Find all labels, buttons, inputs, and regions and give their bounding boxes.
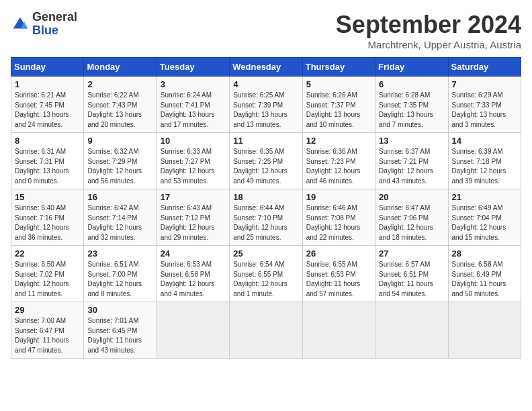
calendar-cell: 10Sunrise: 6:33 AM Sunset: 7:27 PM Dayli… (157, 133, 229, 189)
day-number: 22 (15, 248, 80, 259)
calendar-week-5: 29Sunrise: 7:00 AM Sunset: 6:47 PM Dayli… (11, 302, 521, 359)
logo-text: General Blue (32, 11, 77, 38)
day-info: Sunrise: 6:39 AM Sunset: 7:18 PM Dayligh… (452, 147, 517, 186)
day-info: Sunrise: 6:46 AM Sunset: 7:08 PM Dayligh… (306, 203, 371, 242)
calendar-cell: 18Sunrise: 6:44 AM Sunset: 7:10 PM Dayli… (230, 189, 302, 246)
calendar-cell: 11Sunrise: 6:35 AM Sunset: 7:25 PM Dayli… (230, 133, 302, 189)
calendar-cell: 6Sunrise: 6:28 AM Sunset: 7:35 PM Daylig… (375, 77, 448, 133)
day-number: 9 (87, 136, 152, 146)
calendar-cell: 7Sunrise: 6:29 AM Sunset: 7:33 PM Daylig… (448, 77, 521, 133)
day-info: Sunrise: 6:32 AM Sunset: 7:29 PM Dayligh… (87, 147, 152, 186)
day-number: 29 (15, 305, 80, 315)
day-number: 7 (452, 79, 517, 89)
day-number: 13 (379, 136, 444, 146)
calendar-cell (375, 302, 448, 359)
day-info: Sunrise: 6:25 AM Sunset: 7:39 PM Dayligh… (233, 91, 298, 130)
day-info: Sunrise: 6:33 AM Sunset: 7:27 PM Dayligh… (161, 147, 226, 186)
day-number: 18 (233, 192, 298, 202)
day-number: 14 (452, 136, 517, 146)
day-info: Sunrise: 6:44 AM Sunset: 7:10 PM Dayligh… (233, 203, 298, 242)
calendar-cell (157, 302, 229, 359)
day-number: 2 (87, 79, 152, 89)
weekday-header-friday: Friday (375, 58, 448, 77)
day-info: Sunrise: 6:58 AM Sunset: 6:49 PM Dayligh… (452, 260, 517, 299)
day-info: Sunrise: 6:22 AM Sunset: 7:43 PM Dayligh… (87, 91, 152, 130)
day-number: 19 (306, 192, 371, 202)
calendar-cell: 1Sunrise: 6:21 AM Sunset: 7:45 PM Daylig… (11, 77, 84, 133)
day-info: Sunrise: 6:40 AM Sunset: 7:16 PM Dayligh… (15, 203, 80, 242)
weekday-header-thursday: Thursday (302, 58, 375, 77)
calendar-cell: 14Sunrise: 6:39 AM Sunset: 7:18 PM Dayli… (448, 133, 521, 189)
day-number: 11 (233, 136, 298, 146)
weekday-header-saturday: Saturday (448, 58, 521, 77)
day-number: 3 (161, 79, 226, 89)
month-title: September 2024 (336, 11, 521, 39)
day-info: Sunrise: 6:31 AM Sunset: 7:31 PM Dayligh… (15, 147, 80, 186)
calendar-cell: 22Sunrise: 6:50 AM Sunset: 7:02 PM Dayli… (11, 246, 84, 302)
day-info: Sunrise: 6:51 AM Sunset: 7:00 PM Dayligh… (87, 260, 152, 299)
day-info: Sunrise: 6:43 AM Sunset: 7:12 PM Dayligh… (161, 203, 226, 242)
day-info: Sunrise: 7:01 AM Sunset: 6:45 PM Dayligh… (87, 316, 152, 355)
calendar-cell: 12Sunrise: 6:36 AM Sunset: 7:23 PM Dayli… (302, 133, 375, 189)
day-number: 20 (379, 192, 444, 202)
title-area: September 2024 Marchtrenk, Upper Austria… (336, 11, 521, 50)
calendar-cell (302, 302, 375, 359)
day-info: Sunrise: 6:35 AM Sunset: 7:25 PM Dayligh… (233, 147, 298, 186)
calendar-table: SundayMondayTuesdayWednesdayThursdayFrid… (11, 57, 521, 359)
calendar-cell: 19Sunrise: 6:46 AM Sunset: 7:08 PM Dayli… (302, 189, 375, 246)
day-info: Sunrise: 6:21 AM Sunset: 7:45 PM Dayligh… (15, 91, 80, 130)
calendar-cell: 5Sunrise: 6:26 AM Sunset: 7:37 PM Daylig… (302, 77, 375, 133)
day-info: Sunrise: 6:42 AM Sunset: 7:14 PM Dayligh… (87, 203, 152, 242)
day-number: 27 (379, 248, 444, 259)
calendar-week-4: 22Sunrise: 6:50 AM Sunset: 7:02 PM Dayli… (11, 246, 521, 302)
weekday-header-monday: Monday (84, 58, 157, 77)
calendar-cell: 24Sunrise: 6:53 AM Sunset: 6:58 PM Dayli… (157, 246, 229, 302)
day-number: 5 (306, 79, 371, 89)
weekday-header-row: SundayMondayTuesdayWednesdayThursdayFrid… (11, 58, 521, 77)
calendar-week-3: 15Sunrise: 6:40 AM Sunset: 7:16 PM Dayli… (11, 189, 521, 246)
day-number: 25 (233, 248, 298, 259)
calendar-cell: 9Sunrise: 6:32 AM Sunset: 7:29 PM Daylig… (84, 133, 157, 189)
day-info: Sunrise: 6:47 AM Sunset: 7:06 PM Dayligh… (379, 203, 444, 242)
calendar-cell: 3Sunrise: 6:24 AM Sunset: 7:41 PM Daylig… (157, 77, 229, 133)
day-number: 12 (306, 136, 371, 146)
calendar-cell: 25Sunrise: 6:54 AM Sunset: 6:55 PM Dayli… (230, 246, 302, 302)
day-number: 4 (233, 79, 298, 89)
calendar-cell: 28Sunrise: 6:58 AM Sunset: 6:49 PM Dayli… (448, 246, 521, 302)
location-title: Marchtrenk, Upper Austria, Austria (336, 39, 521, 50)
day-number: 21 (452, 192, 517, 202)
calendar-cell: 16Sunrise: 6:42 AM Sunset: 7:14 PM Dayli… (84, 189, 157, 246)
calendar-cell: 27Sunrise: 6:57 AM Sunset: 6:51 PM Dayli… (375, 246, 448, 302)
logo-icon (11, 15, 30, 34)
day-number: 23 (87, 248, 152, 259)
day-info: Sunrise: 6:55 AM Sunset: 6:53 PM Dayligh… (306, 260, 371, 299)
calendar-cell: 17Sunrise: 6:43 AM Sunset: 7:12 PM Dayli… (157, 189, 229, 246)
calendar-cell (448, 302, 521, 359)
day-info: Sunrise: 6:26 AM Sunset: 7:37 PM Dayligh… (306, 91, 371, 130)
day-info: Sunrise: 6:50 AM Sunset: 7:02 PM Dayligh… (15, 260, 80, 299)
day-number: 30 (87, 305, 152, 315)
weekday-header-sunday: Sunday (11, 58, 84, 77)
day-number: 15 (15, 192, 80, 202)
header: General Blue September 2024 Marchtrenk, … (11, 11, 521, 50)
day-info: Sunrise: 6:49 AM Sunset: 7:04 PM Dayligh… (452, 203, 517, 242)
calendar-cell (230, 302, 302, 359)
day-info: Sunrise: 6:29 AM Sunset: 7:33 PM Dayligh… (452, 91, 517, 130)
day-info: Sunrise: 6:24 AM Sunset: 7:41 PM Dayligh… (161, 91, 226, 130)
calendar-week-1: 1Sunrise: 6:21 AM Sunset: 7:45 PM Daylig… (11, 77, 521, 133)
calendar-body: 1Sunrise: 6:21 AM Sunset: 7:45 PM Daylig… (11, 77, 521, 359)
weekday-header-wednesday: Wednesday (230, 58, 302, 77)
day-number: 17 (161, 192, 226, 202)
day-number: 1 (15, 79, 80, 89)
day-info: Sunrise: 6:37 AM Sunset: 7:21 PM Dayligh… (379, 147, 444, 186)
day-info: Sunrise: 6:36 AM Sunset: 7:23 PM Dayligh… (306, 147, 371, 186)
calendar-cell: 23Sunrise: 6:51 AM Sunset: 7:00 PM Dayli… (84, 246, 157, 302)
day-info: Sunrise: 6:28 AM Sunset: 7:35 PM Dayligh… (379, 91, 444, 130)
calendar-cell: 29Sunrise: 7:00 AM Sunset: 6:47 PM Dayli… (11, 302, 84, 359)
day-info: Sunrise: 6:53 AM Sunset: 6:58 PM Dayligh… (161, 260, 226, 299)
day-number: 8 (15, 136, 80, 146)
calendar-cell: 15Sunrise: 6:40 AM Sunset: 7:16 PM Dayli… (11, 189, 84, 246)
weekday-header-tuesday: Tuesday (157, 58, 229, 77)
day-info: Sunrise: 6:57 AM Sunset: 6:51 PM Dayligh… (379, 260, 444, 299)
calendar-cell: 8Sunrise: 6:31 AM Sunset: 7:31 PM Daylig… (11, 133, 84, 189)
